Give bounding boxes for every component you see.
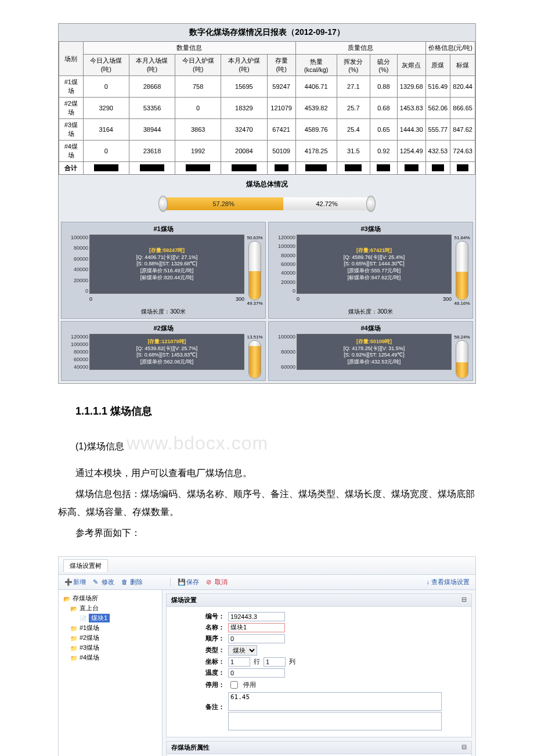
cell-today_in: 0 bbox=[83, 141, 129, 162]
plus-icon: ➕ bbox=[64, 578, 71, 585]
cell-volatile: 27.1 bbox=[337, 76, 370, 98]
cell-today_furnace: 1992 bbox=[175, 141, 221, 162]
temp-input[interactable] bbox=[228, 668, 285, 678]
delete-button[interactable]: 🗑删除 bbox=[121, 578, 143, 586]
cell-today_in: 0 bbox=[83, 76, 129, 98]
cell-ash: 1444.30 bbox=[397, 119, 425, 141]
collapse-icon[interactable] bbox=[461, 596, 467, 604]
tree-node-tai[interactable]: 直上台 bbox=[61, 603, 160, 613]
name-input[interactable] bbox=[228, 623, 285, 632]
col-today-furnace: 今日入炉煤(吨) bbox=[175, 55, 221, 76]
cell-raw: 555.77 bbox=[425, 119, 450, 141]
page-icon bbox=[80, 615, 88, 622]
view-settings-button[interactable]: ↓ 查看煤场设置 bbox=[427, 578, 470, 586]
cell-std: 820.44 bbox=[450, 76, 475, 98]
group-price: 价格信息(元/吨) bbox=[425, 42, 475, 55]
overview-fill: 57.28% bbox=[164, 197, 283, 210]
edit-button[interactable]: ✎修改 bbox=[93, 578, 114, 586]
cancel-icon: ⊘ bbox=[206, 578, 213, 585]
cell-yard: #2煤场 bbox=[59, 98, 84, 119]
x-axis: 0300 bbox=[297, 296, 452, 302]
tank-empty-label: 50.63% bbox=[247, 235, 262, 240]
cell-stock: 59247 bbox=[267, 76, 295, 98]
save-button[interactable]: 💾保存 bbox=[178, 578, 199, 586]
tree-node-m2[interactable]: #2煤场 bbox=[61, 633, 160, 643]
redacted-cell bbox=[450, 162, 475, 175]
y-axis: 120000100000800006000040000 bbox=[65, 334, 88, 370]
yard-grid: #1煤场100000800006000040000200000[存量:59247… bbox=[59, 219, 475, 383]
group-qty: 数量信息 bbox=[83, 42, 295, 55]
folder-closed-icon bbox=[70, 654, 78, 661]
y-axis: 1000008000060000 bbox=[272, 334, 295, 370]
report-title: 数字化煤场存煤情况日报表（2012-09-17） bbox=[59, 24, 475, 41]
name-label: 名称： bbox=[172, 623, 225, 632]
info-box: [存量:59247吨][Q: 4406.71(卡)][V: 27.1%][S: … bbox=[136, 247, 198, 281]
arrow-down-icon: ↓ bbox=[427, 578, 430, 585]
remark-textarea-2[interactable] bbox=[228, 712, 442, 730]
watermark: www.bdocx.com bbox=[127, 433, 268, 453]
cell-volatile: 25.4 bbox=[337, 119, 370, 141]
plot-area: [存量:50109吨][Q: 4178.25(卡)][V: 31.5%][S: … bbox=[297, 334, 452, 370]
cell-raw: 562.06 bbox=[425, 98, 450, 119]
tree-node-m1[interactable]: #1煤场 bbox=[61, 623, 160, 633]
redacted-cell bbox=[221, 162, 267, 175]
folder-closed-icon bbox=[70, 645, 78, 651]
plot-area: [存量:59247吨][Q: 4406.71(卡)][V: 27.1%][S: … bbox=[89, 235, 244, 294]
col-stock: 存量(吨) bbox=[267, 55, 295, 76]
save-icon: 💾 bbox=[178, 578, 185, 585]
doc-p3: 煤场信息包括：煤场编码、煤场名称、顺序号、备注、煤场类型、煤场长度、煤场宽度、煤… bbox=[58, 485, 476, 521]
total-label: 合计 bbox=[59, 162, 84, 175]
yard-panel: #4煤场1000008000060000[存量:50109吨][Q: 4178.… bbox=[268, 321, 473, 381]
tree-root[interactable]: 存煤场所 bbox=[61, 593, 160, 603]
folder-closed-icon bbox=[70, 625, 78, 632]
remark-textarea-1[interactable]: 61.45 bbox=[228, 692, 442, 711]
plot-area: [存量:67421吨][Q: 4589.76(卡)][V: 25.4%][S: … bbox=[297, 235, 452, 294]
info-box: [存量:67421吨][Q: 4589.76(卡)][V: 25.4%][S: … bbox=[344, 247, 405, 281]
code-input[interactable] bbox=[228, 612, 285, 621]
new-button[interactable]: ➕新增 bbox=[64, 578, 86, 586]
coord-col-input[interactable] bbox=[264, 657, 286, 667]
cell-month_in: 23618 bbox=[129, 141, 175, 162]
info-box: [存量:50109吨][Q: 4178.25(卡)][V: 31.5%][S: … bbox=[344, 339, 405, 366]
collapse-icon[interactable] bbox=[461, 743, 467, 752]
tree-node-m3[interactable]: #3煤场 bbox=[61, 643, 160, 653]
yard-title: #3煤场 bbox=[272, 225, 469, 233]
folder-open-icon bbox=[70, 605, 78, 612]
coord-label: 坐标： bbox=[172, 657, 225, 666]
tank-empty-label: 13.51% bbox=[247, 334, 262, 340]
yard-length-label: 煤场长度：300米 bbox=[272, 307, 469, 318]
order-input[interactable] bbox=[228, 634, 285, 643]
col-today-in: 今日入场煤(吨) bbox=[83, 55, 129, 76]
section-storage-props: 存煤场所属性 煤场长度： 煤场容量： 区域容量： 煤块容量： 煤场段距： 区域Y… bbox=[166, 741, 472, 756]
cell-today_furnace: 3863 bbox=[175, 119, 221, 141]
tree-panel: 存煤场所 直上台 煤块1 #1煤场 #2煤场 #3煤场 #4煤场 bbox=[59, 590, 163, 756]
cell-stock: 67421 bbox=[267, 119, 295, 141]
type-label: 类型： bbox=[172, 646, 225, 654]
info-box: [存量:121079吨][Q: 4539.82(卡)][V: 25.7%][S:… bbox=[136, 339, 198, 366]
overview-label: 煤场总体情况 bbox=[59, 175, 475, 194]
cancel-button[interactable]: ⊘取消 bbox=[206, 578, 228, 586]
cell-heat: 4178.25 bbox=[295, 141, 337, 162]
disable-checkbox[interactable] bbox=[230, 681, 238, 689]
tab-coalyard-tree[interactable]: 煤场设置树 bbox=[63, 559, 108, 572]
yard-length-label: 煤场长度：300米 bbox=[65, 307, 262, 318]
temp-label: 温度： bbox=[172, 668, 225, 677]
cell-stock: 50109 bbox=[267, 141, 295, 162]
doc-heading: 1.1.1.1 煤场信息 bbox=[75, 401, 476, 421]
cell-today_furnace: 758 bbox=[175, 76, 221, 98]
type-select[interactable]: 煤块 bbox=[228, 645, 257, 656]
tank-fill-label: 49.37% bbox=[247, 301, 262, 306]
tree-node-block-selected[interactable]: 煤块1 bbox=[61, 613, 160, 623]
cell-month_furnace: 18329 bbox=[221, 98, 267, 119]
redacted-cell bbox=[267, 162, 295, 175]
tree-node-m4[interactable]: #4煤场 bbox=[61, 653, 160, 663]
pencil-icon: ✎ bbox=[93, 578, 100, 585]
yard-panel: #3煤场120000100000800006000040000200000[存量… bbox=[268, 222, 473, 319]
yard-title: #2煤场 bbox=[65, 324, 262, 333]
tank-gauge: 13.51% bbox=[248, 334, 262, 380]
form-panel: 煤场设置 编号： 名称： 顺序： 类型：煤块 坐标： 行 列 温度： 停用：停用… bbox=[163, 590, 475, 756]
table-row: #2煤场3290533560183291210794539.8225.70.68… bbox=[59, 98, 475, 119]
doc-p2: 通过本模块，用户可以查看电厂煤场信息。 bbox=[75, 465, 476, 482]
coord-row-input[interactable] bbox=[228, 657, 250, 667]
config-panel: 煤场设置树 ➕新增 ✎修改 🗑删除 💾保存 ⊘取消 ↓ 查看煤场设置 存煤场所 … bbox=[58, 556, 476, 756]
